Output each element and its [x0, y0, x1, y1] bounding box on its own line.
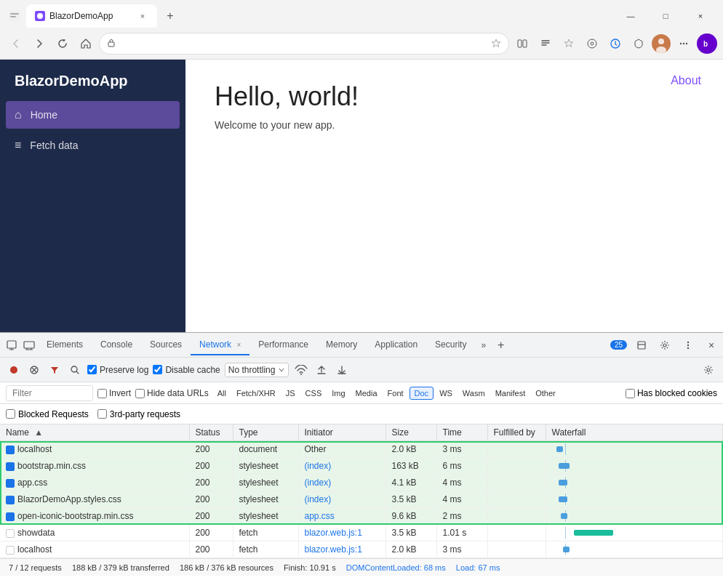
- more-tabs-button[interactable]: »: [475, 337, 492, 353]
- new-tab-button[interactable]: +: [160, 6, 180, 26]
- row-checkbox[interactable]: [6, 496, 15, 504]
- about-link[interactable]: About: [671, 74, 701, 87]
- tab-network[interactable]: Network ×: [191, 335, 249, 355]
- clear-button[interactable]: [26, 362, 42, 378]
- row-initiator: (index): [298, 458, 386, 475]
- forward-button[interactable]: [29, 33, 49, 54]
- reload-button[interactable]: [52, 33, 73, 54]
- record-button[interactable]: [6, 362, 22, 378]
- col-header-fulfilled[interactable]: Fulfilled by: [487, 424, 546, 441]
- col-header-initiator[interactable]: Initiator: [298, 424, 386, 441]
- update-button[interactable]: [605, 33, 626, 54]
- sidebar-item-fetchdata[interactable]: ≡ Fetch data: [0, 130, 185, 161]
- filter-type-media[interactable]: Media: [351, 387, 382, 399]
- filter-type-other[interactable]: Other: [531, 387, 560, 399]
- has-blocked-cookies-checkbox[interactable]: Has blocked cookies: [626, 388, 717, 398]
- blocked-requests-checkbox[interactable]: Blocked Requests: [6, 409, 89, 419]
- filter-type-wasm[interactable]: Wasm: [458, 387, 490, 399]
- col-header-name[interactable]: Name ▲: [0, 424, 189, 441]
- extensions-button[interactable]: [582, 33, 602, 54]
- row-checkbox[interactable]: [6, 479, 15, 488]
- devtools-toggle-button[interactable]: [633, 337, 650, 354]
- star-icon[interactable]: [491, 39, 501, 49]
- col-header-type[interactable]: Type: [233, 424, 298, 441]
- filter-input[interactable]: [6, 385, 93, 401]
- network-settings-button[interactable]: [700, 361, 717, 379]
- home-button[interactable]: [76, 33, 96, 54]
- table-row[interactable]: BlazorDemoApp.styles.css200stylesheet(in…: [0, 491, 723, 508]
- upload-icon[interactable]: [313, 362, 329, 378]
- back-button[interactable]: [6, 33, 26, 54]
- row-checkbox[interactable]: [6, 512, 15, 521]
- device-mode-button[interactable]: [20, 337, 38, 354]
- table-row[interactable]: app.css200stylesheet(index)4.1 kB4 ms: [0, 475, 723, 491]
- reader-view-button[interactable]: [535, 33, 556, 54]
- table-row[interactable]: open-iconic-bootstrap.min.css200styleshe…: [0, 508, 723, 525]
- filter-type-ws[interactable]: WS: [435, 387, 457, 399]
- col-header-status[interactable]: Status: [189, 424, 233, 441]
- more-menu-button[interactable]: [674, 33, 694, 54]
- address-bar[interactable]: localhost:5023: [99, 33, 509, 55]
- row-checkbox[interactable]: [6, 546, 15, 555]
- wifi-icon[interactable]: [293, 362, 309, 378]
- url-input[interactable]: localhost:5023: [120, 38, 487, 49]
- throttle-select[interactable]: No throttling: [225, 363, 289, 377]
- tab-security[interactable]: Security: [426, 335, 475, 355]
- maximize-button[interactable]: □: [649, 4, 682, 28]
- adblock-button[interactable]: [628, 33, 649, 54]
- split-tab-button[interactable]: [512, 33, 532, 54]
- row-waterfall: [546, 508, 723, 525]
- add-tab-button[interactable]: +: [492, 336, 510, 355]
- table-row[interactable]: localhost200fetchblazor.web.js:12.0 kB3 …: [0, 541, 723, 558]
- filter-type-js[interactable]: JS: [281, 387, 300, 399]
- filter-type-font[interactable]: Font: [383, 387, 408, 399]
- tab-performance[interactable]: Performance: [249, 335, 317, 355]
- settings-button[interactable]: [656, 337, 674, 354]
- more-options-button[interactable]: [679, 337, 697, 354]
- row-fulfilled: [487, 508, 546, 525]
- col-header-size[interactable]: Size: [386, 424, 436, 441]
- favorites-button[interactable]: [559, 33, 579, 54]
- filter-type-all[interactable]: All: [213, 387, 231, 399]
- minimize-button[interactable]: —: [614, 4, 647, 28]
- tab-network-close[interactable]: ×: [236, 341, 241, 349]
- tab-elements[interactable]: Elements: [38, 335, 92, 355]
- filter-type-img[interactable]: Img: [327, 387, 349, 399]
- invert-checkbox[interactable]: Invert: [97, 388, 131, 398]
- tab-application[interactable]: Application: [366, 335, 426, 355]
- table-header-row: Name ▲ Status Type Initiator Size Time F…: [0, 424, 723, 441]
- table-row[interactable]: showdata200fetchblazor.web.js:13.5 kB1.0…: [0, 525, 723, 541]
- row-checkbox[interactable]: [6, 446, 15, 454]
- bing-button[interactable]: b: [697, 33, 717, 54]
- profile-avatar[interactable]: [652, 34, 671, 53]
- filter-type-doc[interactable]: Doc: [410, 387, 434, 400]
- row-checkbox[interactable]: [6, 462, 15, 471]
- filter-type-css[interactable]: CSS: [301, 387, 327, 399]
- download-icon[interactable]: [334, 362, 350, 378]
- filter-type-manifest[interactable]: Manifest: [491, 387, 530, 399]
- tab-console[interactable]: Console: [92, 335, 141, 355]
- svg-rect-1: [10, 13, 19, 15]
- active-tab[interactable]: BlazorDemoApp ×: [26, 4, 157, 28]
- load-time[interactable]: Load: 67 ms: [456, 563, 500, 572]
- third-party-checkbox[interactable]: 3rd-party requests: [97, 409, 180, 419]
- tab-close-button[interactable]: ×: [137, 10, 148, 22]
- tab-memory[interactable]: Memory: [317, 335, 366, 355]
- inspect-element-button[interactable]: [3, 337, 20, 354]
- dom-content-loaded[interactable]: DOMContentLoaded: 68 ms: [346, 563, 446, 572]
- table-row[interactable]: localhost200documentOther2.0 kB3 ms: [0, 441, 723, 458]
- close-devtools-button[interactable]: ×: [703, 337, 720, 354]
- col-header-waterfall[interactable]: Waterfall: [546, 424, 723, 441]
- tab-sources[interactable]: Sources: [141, 335, 191, 355]
- hide-data-urls-checkbox[interactable]: Hide data URLs: [135, 388, 209, 398]
- preserve-log-checkbox[interactable]: Preserve log: [87, 365, 148, 375]
- filter-type-fetch/xhr[interactable]: Fetch/XHR: [232, 387, 280, 399]
- window-close-button[interactable]: ×: [684, 4, 717, 28]
- sidebar-item-home[interactable]: ⌂ Home: [6, 101, 180, 129]
- row-checkbox[interactable]: [6, 529, 15, 538]
- disable-cache-checkbox[interactable]: Disable cache: [153, 365, 220, 375]
- table-row[interactable]: bootstrap.min.css200stylesheet(index)163…: [0, 458, 723, 475]
- col-header-time[interactable]: Time: [436, 424, 487, 441]
- filter-button[interactable]: [47, 362, 63, 378]
- search-button[interactable]: [67, 362, 83, 378]
